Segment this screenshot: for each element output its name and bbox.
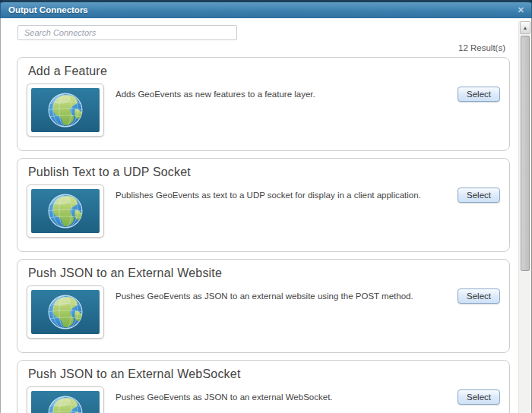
- globe-icon: [31, 88, 100, 132]
- dialog-content: 12 Result(s) Add a Feature: [0, 18, 532, 413]
- connector-description: Publishes GeoEvents as text to a UDP soc…: [116, 190, 447, 200]
- globe-icon: [31, 290, 100, 334]
- scrollbar-thumb[interactable]: [521, 36, 530, 271]
- close-icon[interactable]: ✕: [518, 5, 524, 15]
- connector-thumbnail: [27, 84, 104, 137]
- select-button[interactable]: Select: [458, 288, 500, 304]
- select-button[interactable]: Select: [458, 389, 500, 405]
- connector-row: Publishes GeoEvents as text to a UDP soc…: [27, 184, 500, 238]
- connector-thumbnail: [27, 386, 104, 413]
- scroll-up-arrow-icon: ▲: [523, 25, 528, 30]
- connector-row: Pushes GeoEvents as JSON to an external …: [27, 386, 500, 413]
- connector-card: Push JSON to an External Website: [17, 259, 510, 353]
- results-count: 12 Result(s): [17, 43, 505, 53]
- connector-description: Pushes GeoEvents as JSON to an external …: [116, 392, 447, 402]
- connector-description: Pushes GeoEvents as JSON to an external …: [116, 291, 447, 301]
- globe-icon: [31, 189, 100, 233]
- select-button[interactable]: Select: [458, 188, 500, 203]
- scroll-up-button[interactable]: ▲: [520, 21, 530, 34]
- connector-thumbnail: [27, 184, 104, 238]
- globe-icon: [31, 391, 100, 413]
- connector-list: Add a Feature: [17, 57, 510, 413]
- connector-description: Adds GeoEvents as new features to a feat…: [116, 89, 447, 99]
- connector-title: Publish Text to a UDP Socket: [28, 166, 509, 179]
- connector-card: Add a Feature: [17, 57, 510, 151]
- connector-card: Publish Text to a UDP Socket: [17, 158, 510, 252]
- dialog-titlebar[interactable]: Output Connectors ✕: [0, 0, 532, 18]
- connector-title: Push JSON to an External WebSocket: [28, 367, 509, 381]
- search-input[interactable]: [17, 25, 237, 40]
- select-button[interactable]: Select: [458, 87, 500, 102]
- connector-title: Add a Feature: [28, 65, 509, 78]
- connector-row: Adds GeoEvents as new features to a feat…: [27, 84, 500, 137]
- scrollbar[interactable]: ▲: [518, 21, 531, 413]
- connector-card: Push JSON to an External WebSocket: [17, 360, 510, 413]
- connector-thumbnail: [27, 285, 104, 339]
- connector-row: Pushes GeoEvents as JSON to an external …: [27, 285, 500, 339]
- connector-title: Push JSON to an External Website: [28, 266, 509, 280]
- output-connectors-dialog: Output Connectors ✕ 12 Result(s) Add a F…: [0, 0, 532, 413]
- dialog-title: Output Connectors: [1, 2, 531, 17]
